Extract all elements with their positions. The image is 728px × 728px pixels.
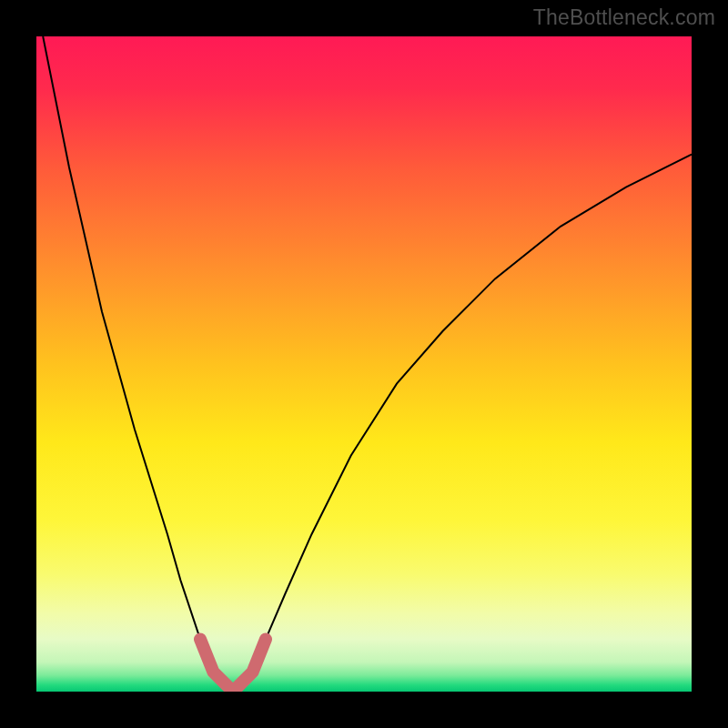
curve-layer xyxy=(36,36,692,692)
chart-stage: TheBottleneck.com xyxy=(0,0,728,728)
watermark-text: TheBottleneck.com xyxy=(533,5,715,30)
bottleneck-curve xyxy=(43,36,692,692)
plot-area xyxy=(36,36,692,692)
optimal-zone-marker xyxy=(200,639,266,692)
